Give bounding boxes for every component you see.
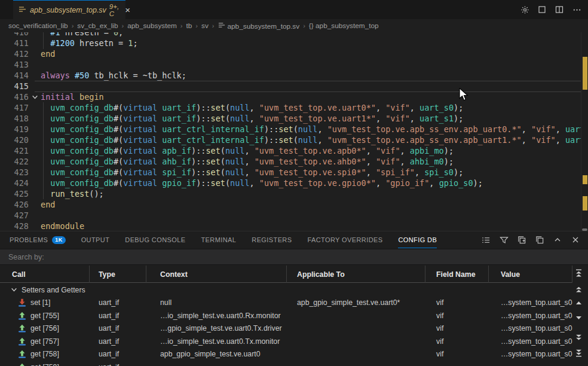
- column-header-applicable-to[interactable]: Applicable To: [287, 266, 425, 283]
- table-row-set-1-[interactable]: set [1]uart_ifnullapb_gpio_simple_test.v…: [0, 297, 572, 310]
- code-line-417[interactable]: 417 uvm_config_db#(virtual uart_if)::set…: [0, 102, 581, 113]
- panel-tab-label: CONFIG DB: [398, 236, 437, 243]
- breadcrumb-item-sv-cb-ex-lib[interactable]: sv_cb_ex_lib: [77, 22, 118, 30]
- cell-field-name: vif: [425, 297, 489, 310]
- fold-gutter: [29, 178, 41, 188]
- code-line-412[interactable]: 412end: [0, 48, 581, 59]
- code-line-410[interactable]: 410 #1 hresetn = 0;: [0, 32, 581, 38]
- code-line-411[interactable]: 411 #1200 hresetn = 1;: [0, 38, 581, 48]
- column-header-field-name[interactable]: Field Name: [425, 266, 489, 283]
- overview-ruler[interactable]: [581, 32, 588, 231]
- call-label: get [757]: [30, 337, 59, 346]
- panel-tab-terminal[interactable]: TERMINAL: [201, 231, 236, 248]
- panel-tab-label: REGISTERS: [252, 236, 292, 243]
- panel-tab-registers[interactable]: REGISTERS: [252, 231, 292, 248]
- cell-type: uart_if: [90, 309, 146, 322]
- chevron-down-icon[interactable]: [11, 286, 17, 293]
- maximize-panel-icon[interactable]: [552, 234, 563, 245]
- split-editor-icon[interactable]: [554, 4, 565, 15]
- table-group-row[interactable]: Setters and Getters: [0, 283, 572, 297]
- table-header: CallTypeContextApplicable ToField NameVa…: [0, 266, 572, 283]
- cell-call: set [1]: [0, 297, 90, 310]
- cell-type: uart_if: [90, 361, 146, 366]
- table-row-get-755-[interactable]: get [755]uart_if…io_simple_test.ve.uart0…: [0, 309, 572, 322]
- panel-tab-label: FACTORY OVERRIDES: [307, 236, 382, 243]
- scroll-up-icon[interactable]: [574, 298, 583, 307]
- close-panel-icon[interactable]: [570, 234, 581, 245]
- search-input[interactable]: [0, 253, 574, 261]
- column-header-call[interactable]: Call: [0, 266, 90, 283]
- column-header-value[interactable]: Value: [489, 266, 572, 283]
- code-line-422[interactable]: 422 uvm_config_db#(virtual ahb_if)::set(…: [0, 156, 581, 167]
- fold-gutter: [29, 81, 41, 92]
- code-line-418[interactable]: 418 uvm_config_db#(virtual uart_if)::set…: [0, 113, 581, 124]
- cell-call: get [755]: [0, 309, 90, 322]
- fold-gutter: [29, 145, 41, 156]
- code-line-425[interactable]: 425 run_test();: [0, 188, 581, 199]
- settings-gear-icon[interactable]: [519, 4, 530, 15]
- cell-value: …system_top.uart_s0: [489, 322, 572, 336]
- panel-tab-problems[interactable]: PROBLEMS1K: [10, 231, 66, 248]
- code-line-414[interactable]: 414always #50 tb_hclk = ~tb_hclk;: [0, 70, 581, 81]
- table-row-get-757-[interactable]: get [757]uart_if…io_simple_test.ve.uart0…: [0, 335, 572, 348]
- fold-gutter: [29, 48, 41, 59]
- breadcrumb-label: soc_verification_lib: [8, 22, 68, 30]
- line-number: 410: [0, 32, 29, 38]
- code-line-427[interactable]: 427: [0, 210, 581, 221]
- code-line-423[interactable]: 423 uvm_config_db#(virtual spi_if)::set(…: [0, 167, 581, 178]
- scroll-to-top-icon[interactable]: [574, 269, 583, 277]
- code-text: uvm_config_db#(virtual ahb_if)::set(null…: [41, 156, 454, 167]
- tab-close-icon[interactable]: ×: [125, 5, 130, 14]
- breadcrumb-item-sv[interactable]: sv: [201, 22, 209, 30]
- code-line-416[interactable]: 416initial begin: [0, 92, 581, 102]
- table-row-get-759-[interactable]: get [759]uart_if: [0, 361, 572, 366]
- table-row-get-758-[interactable]: get [758]uart_ifapb_gpio_simple_test.ve.…: [0, 348, 572, 361]
- panel-tab-factory-overrides[interactable]: FACTORY OVERRIDES: [307, 231, 382, 248]
- table-row-get-756-[interactable]: get [756]uart_if…gpio_simple_test.ve.uar…: [0, 322, 572, 336]
- bottom-panel: PROBLEMS1KOUTPUTDEBUG CONSOLETERMINALREG…: [0, 231, 588, 366]
- panel-tab-output[interactable]: OUTPUT: [81, 231, 110, 248]
- breadcrumb-item-tb[interactable]: tb: [186, 22, 192, 30]
- open-new-window-icon[interactable]: [516, 234, 527, 245]
- list-unordered-icon[interactable]: [480, 234, 491, 245]
- column-header-context[interactable]: Context: [146, 266, 287, 283]
- file-icon: [218, 22, 225, 29]
- page-up-icon[interactable]: [574, 285, 583, 294]
- scroll-down-icon[interactable]: [574, 313, 583, 322]
- panel-tab-debug-console[interactable]: DEBUG CONSOLE: [125, 231, 185, 248]
- code-line-413[interactable]: 413: [0, 59, 581, 70]
- column-header-type[interactable]: Type: [90, 266, 146, 283]
- breadcrumb-label: apb_subsystem: [127, 22, 177, 30]
- breadcrumb-item-apb-subsystem-top[interactable]: {} apb_subsystem_top: [309, 22, 379, 30]
- more-actions-icon[interactable]: [571, 4, 582, 15]
- fold-gutter: [29, 135, 41, 145]
- layout-icon[interactable]: [537, 4, 547, 15]
- breadcrumb-item-soc-verification-lib[interactable]: soc_verification_lib: [8, 22, 68, 30]
- fold-chevron-icon[interactable]: [29, 92, 41, 102]
- call-label: set [1]: [30, 298, 51, 307]
- cell-call: get [759]: [0, 361, 90, 366]
- line-number: 426: [0, 199, 29, 210]
- breadcrumb-label: tb: [186, 22, 192, 30]
- page-down-icon[interactable]: [574, 333, 583, 341]
- code-line-415[interactable]: 415: [0, 81, 581, 92]
- call-label: get [755]: [30, 312, 59, 320]
- line-number: 423: [0, 167, 29, 178]
- code-line-428[interactable]: 428endmodule: [0, 221, 581, 231]
- code-line-426[interactable]: 426end: [0, 199, 581, 210]
- code-editor[interactable]: 410 #1 hresetn = 0;411 #1200 hresetn = 1…: [0, 32, 588, 231]
- tab-apb-subsystem-top[interactable]: apb_subsystem_top.sv 9+, C ×: [13, 0, 125, 19]
- code-line-420[interactable]: 420 uvm_config_db#(virtual uart_ctrl_int…: [0, 135, 581, 145]
- duplicate-panel-icon[interactable]: [534, 234, 545, 245]
- code-line-419[interactable]: 419 uvm_config_db#(virtual uart_ctrl_int…: [0, 124, 581, 135]
- breadcrumb-item-apb-subsystem-top-sv[interactable]: apb_subsystem_top.sv: [218, 22, 300, 30]
- filter-icon[interactable]: [498, 234, 509, 245]
- code-line-424[interactable]: 424 uvm_config_db#(virtual gpio_if)::set…: [0, 178, 581, 188]
- fold-gutter: [29, 70, 41, 81]
- code-text: uvm_config_db#(virtual uart_ctrl_interna…: [41, 124, 581, 135]
- code-line-421[interactable]: 421 uvm_config_db#(virtual apb_if)::set(…: [0, 145, 581, 156]
- breadcrumb-item-apb-subsystem[interactable]: apb_subsystem: [127, 22, 177, 30]
- panel-tab-config-db[interactable]: CONFIG DB: [398, 231, 437, 248]
- line-number: 417: [0, 102, 29, 113]
- scroll-to-bottom-icon[interactable]: [574, 349, 583, 357]
